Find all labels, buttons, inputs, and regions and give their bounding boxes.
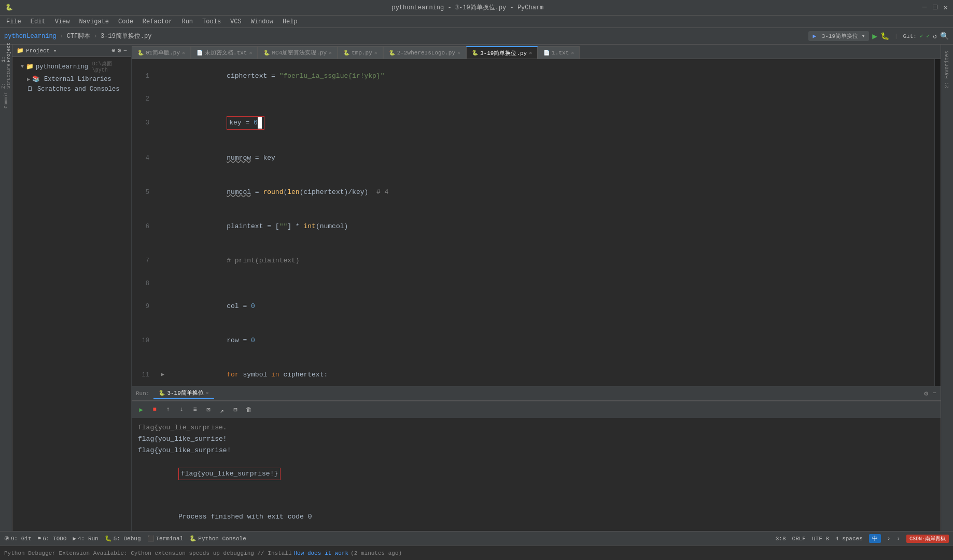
- status-position[interactable]: 3:8: [776, 536, 786, 542]
- close-button[interactable]: ✕: [944, 3, 948, 12]
- sidebar-icon-project[interactable]: 1: Project: [1, 47, 12, 58]
- project-sync-icon[interactable]: ⊕: [111, 47, 115, 54]
- line-content-4[interactable]: numrow = key: [168, 141, 934, 175]
- tab-whereis[interactable]: 🐍 2-2WhereIsLogo.py ✕: [383, 46, 466, 59]
- menu-view[interactable]: View: [51, 17, 74, 26]
- line-content-1[interactable]: ciphertext = "foerlu_ia_ssglue{ir!ykp}": [168, 59, 934, 93]
- status-todo[interactable]: ⚑ 6: TODO: [38, 535, 67, 542]
- panel-close-icon[interactable]: −: [932, 389, 936, 397]
- status-python-console[interactable]: 🐍 Python Console: [189, 535, 246, 542]
- sidebar-icon-structure[interactable]: Z: Structure: [1, 71, 12, 82]
- soft-wrap-button[interactable]: ≡: [190, 404, 200, 415]
- menu-file[interactable]: File: [2, 17, 25, 26]
- tree-root[interactable]: ▼ 📁 pythonLearning D:\桌面\pyth: [12, 59, 131, 74]
- menu-refactor[interactable]: Refactor: [138, 17, 177, 26]
- tab-rc4[interactable]: 🐍 RC4加密算法实现.py ✕: [258, 46, 338, 59]
- status-git[interactable]: ⑨ 9: Git: [4, 535, 32, 542]
- ctf-label[interactable]: CTF脚本: [67, 32, 91, 40]
- menu-vcs[interactable]: VCS: [226, 17, 246, 26]
- tab-01-close[interactable]: ✕: [182, 50, 185, 56]
- tab-whereis-close[interactable]: ✕: [457, 50, 460, 56]
- tree-scratches-label: Scratches and Consoles: [37, 86, 119, 93]
- line-content-7[interactable]: # print(plaintext): [168, 244, 934, 278]
- line-content-9[interactable]: col = 0: [168, 289, 934, 324]
- tab-undecrypted[interactable]: 📄 未加密文档.txt ✕: [191, 46, 258, 59]
- settings-icon[interactable]: ⚙: [924, 389, 928, 398]
- stop-button[interactable]: ■: [149, 404, 160, 415]
- search-button[interactable]: 🔍: [940, 32, 949, 40]
- tree-scratches[interactable]: 🗒 Scratches and Consoles: [12, 84, 131, 94]
- menu-edit[interactable]: Edit: [26, 17, 50, 26]
- code-line-11: 11 ▶ for symbol in ciphertext:: [132, 358, 934, 386]
- tab-tmp-label: tmp.py: [352, 50, 372, 56]
- line-num-10: 10: [132, 335, 158, 346]
- menu-window[interactable]: Window: [247, 17, 277, 26]
- project-gear-icon[interactable]: ⚙: [118, 47, 121, 54]
- project-icon-small: 📁: [26, 63, 34, 71]
- csdn-badge[interactable]: CSDN·南岸青椒: [906, 535, 949, 543]
- tab-rc4-close[interactable]: ✕: [329, 50, 332, 56]
- notification-link[interactable]: How does it work: [294, 550, 349, 556]
- print-button[interactable]: ⊡: [203, 404, 214, 415]
- tab-active-319[interactable]: 🐍 3-19简单换位.py ✕: [466, 46, 538, 59]
- line-content-6[interactable]: plaintext = [""] * int(numcol): [168, 209, 934, 244]
- menu-navigate[interactable]: Navigate: [75, 17, 113, 26]
- status-terminal-label: Terminal: [156, 536, 184, 542]
- menu-help[interactable]: Help: [278, 17, 302, 26]
- git-icon: ⑨: [4, 535, 9, 542]
- active-file-label[interactable]: 3-19简单换位.py: [101, 32, 151, 40]
- tab-01simplerban[interactable]: 🐍 01简单版.py ✕: [132, 46, 191, 59]
- menu-code[interactable]: Code: [114, 17, 137, 26]
- tree-root-arrow: ▼: [21, 64, 24, 69]
- line-content-3[interactable]: key = 6: [168, 105, 934, 141]
- git-refresh-icon[interactable]: ↺: [933, 32, 937, 40]
- tab-tmp[interactable]: 🐍 tmp.py ✕: [338, 46, 383, 59]
- project-collapse-icon[interactable]: −: [123, 47, 127, 54]
- minimize-button[interactable]: ─: [922, 3, 927, 12]
- tab-active-close[interactable]: ✕: [529, 50, 532, 56]
- run-button[interactable]: ▶: [872, 31, 877, 41]
- git-check1[interactable]: ✓: [920, 33, 923, 39]
- tab-1txt-close[interactable]: ✕: [571, 50, 574, 56]
- status-crlf[interactable]: CRLF: [792, 536, 806, 542]
- status-terminal[interactable]: ⬛ Terminal: [147, 535, 184, 542]
- rerun-button[interactable]: ▶: [136, 404, 146, 415]
- tab-undecrypted-close[interactable]: ✕: [249, 50, 252, 56]
- menu-tools[interactable]: Tools: [198, 17, 225, 26]
- status-encoding[interactable]: UTF-8: [812, 536, 829, 542]
- sidebar-icon-commit[interactable]: Commit: [1, 94, 12, 106]
- filter-button[interactable]: ⊟: [230, 404, 241, 415]
- run-tab-close[interactable]: ✕: [206, 390, 209, 396]
- scroll-down-button[interactable]: ↓: [176, 404, 187, 415]
- debug-button[interactable]: 🐛: [880, 32, 889, 40]
- line-content-10[interactable]: row = 0: [168, 324, 934, 358]
- status-debug[interactable]: 🐛 5: Debug: [105, 535, 141, 542]
- line-num-1: 1: [132, 71, 158, 82]
- status-run[interactable]: ▶ 4: Run: [73, 535, 98, 542]
- run-tab[interactable]: 🐍 3-19简单换位 ✕: [153, 387, 214, 399]
- project-label[interactable]: pythonLearning: [4, 33, 57, 40]
- expand-button[interactable]: ↗: [217, 405, 227, 416]
- tree-external-libraries[interactable]: ▶ 📚 External Libraries: [12, 74, 131, 84]
- tab-tmp-close[interactable]: ✕: [374, 50, 377, 56]
- git-check2[interactable]: ✓: [927, 33, 930, 39]
- run-config-selector[interactable]: ▶ 3-19简单换位 ▾: [808, 31, 869, 41]
- toolbar-right: ▶ 3-19简单换位 ▾ ▶ 🐛 | Git: ✓ ✓ ↺ 🔍: [808, 31, 949, 41]
- line-content-11[interactable]: for symbol in ciphertext:: [168, 358, 934, 386]
- code-editor[interactable]: 1 ciphertext = "foerlu_ia_ssglue{ir!ykp}…: [132, 59, 934, 386]
- clear-button[interactable]: 🗑: [244, 404, 254, 415]
- tree-root-path: D:\桌面\pyth: [92, 60, 127, 73]
- fold-arrow-11[interactable]: ▶: [161, 369, 164, 381]
- scroll-up-button[interactable]: ↑: [163, 404, 173, 415]
- status-lang[interactable]: 中: [869, 534, 881, 543]
- right-sidebar-favorites[interactable]: 2: Favorites: [943, 47, 951, 92]
- code-line-3: 3 key = 6: [132, 105, 934, 141]
- status-indent[interactable]: 4 spaces: [835, 536, 863, 542]
- line-num-3: 3: [132, 117, 158, 129]
- maximize-button[interactable]: □: [933, 3, 937, 12]
- console-output[interactable]: flag{you_lie_surprise. flag{you_like_sur…: [132, 418, 941, 531]
- menu-run[interactable]: Run: [177, 17, 197, 26]
- tab-1txt[interactable]: 📄 1.txt ✕: [538, 46, 580, 59]
- line-content-5[interactable]: numcol = round(len(ciphertext)/key) # 4: [168, 175, 934, 209]
- tree-ext-arrow: ▶: [27, 76, 30, 82]
